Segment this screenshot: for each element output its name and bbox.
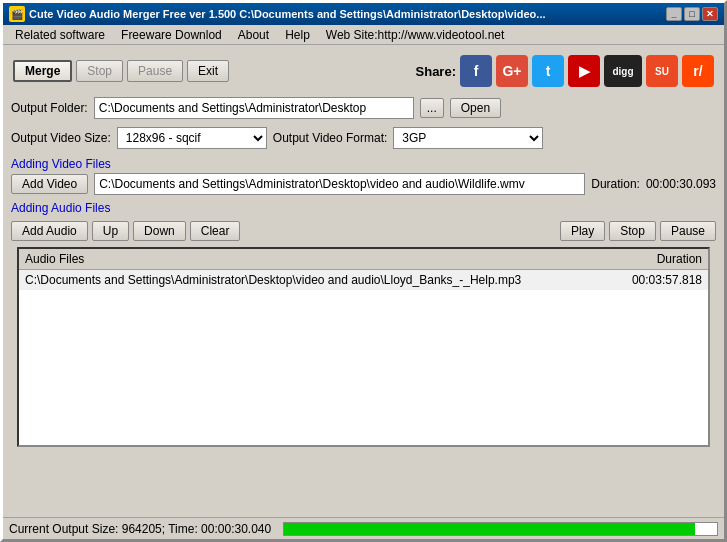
clear-button[interactable]: Clear bbox=[190, 221, 241, 241]
share-stumbleupon-button[interactable]: SU bbox=[646, 55, 678, 87]
video-path-input[interactable] bbox=[94, 173, 585, 195]
menu-freeware-download[interactable]: Freeware Downlod bbox=[113, 27, 230, 43]
title-bar-left: 🎬 Cute Video Audio Merger Free ver 1.500… bbox=[9, 6, 546, 22]
audio-stop-button[interactable]: Stop bbox=[609, 221, 656, 241]
video-duration-value: 00:00:30.093 bbox=[646, 177, 716, 191]
share-digg-button[interactable]: digg bbox=[604, 55, 642, 87]
exit-button[interactable]: Exit bbox=[187, 60, 229, 82]
video-file-row: Add Video Duration: 00:00:30.093 bbox=[11, 173, 716, 195]
adding-audio-section: Adding Audio Files Add Audio Up Down Cle… bbox=[11, 199, 716, 449]
video-size-label: Output Video Size: bbox=[11, 131, 111, 145]
adding-video-header: Adding Video Files bbox=[11, 155, 716, 173]
main-content: Merge Stop Pause Exit Share: f G+ t ▶ di… bbox=[3, 45, 724, 455]
adding-video-section: Adding Video Files Add Video Duration: 0… bbox=[11, 155, 716, 195]
progress-bar-container bbox=[283, 522, 718, 536]
title-bar-text: Cute Video Audio Merger Free ver 1.500 C… bbox=[29, 8, 546, 20]
app-icon: 🎬 bbox=[9, 6, 25, 22]
toolbar-row: Merge Stop Pause Exit Share: f G+ t ▶ di… bbox=[11, 51, 716, 91]
share-label: Share: bbox=[416, 64, 456, 79]
menu-about[interactable]: About bbox=[230, 27, 277, 43]
menu-website[interactable]: Web Site:http://www.videotool.net bbox=[318, 27, 513, 43]
output-folder-input[interactable] bbox=[94, 97, 414, 119]
adding-audio-header: Adding Audio Files bbox=[11, 199, 716, 217]
stop-button[interactable]: Stop bbox=[76, 60, 123, 82]
toolbar-left: Merge Stop Pause Exit bbox=[13, 60, 229, 82]
add-audio-button[interactable]: Add Audio bbox=[11, 221, 88, 241]
title-bar-controls: _ □ ✕ bbox=[666, 7, 718, 21]
audio-file-duration: 00:03:57.818 bbox=[632, 273, 702, 287]
status-text: Current Output Size: 964205; Time: 00:00… bbox=[9, 522, 271, 536]
down-button[interactable]: Down bbox=[133, 221, 186, 241]
share-youtube-button[interactable]: ▶ bbox=[568, 55, 600, 87]
minimize-button[interactable]: _ bbox=[666, 7, 682, 21]
share-facebook-button[interactable]: f bbox=[460, 55, 492, 87]
open-button[interactable]: Open bbox=[450, 98, 501, 118]
audio-toolbar: Add Audio Up Down Clear Play Stop Pause bbox=[11, 217, 716, 245]
menu-bar: Related software Freeware Downlod About … bbox=[3, 25, 724, 45]
share-googleplus-button[interactable]: G+ bbox=[496, 55, 528, 87]
close-button[interactable]: ✕ bbox=[702, 7, 718, 21]
audio-file-path: C:\Documents and Settings\Administrator\… bbox=[25, 273, 521, 287]
add-video-button[interactable]: Add Video bbox=[11, 174, 88, 194]
output-folder-row: Output Folder: ... Open bbox=[11, 95, 716, 121]
table-row[interactable]: C:\Documents and Settings\Administrator\… bbox=[19, 270, 708, 290]
status-bar: Current Output Size: 964205; Time: 00:00… bbox=[3, 517, 724, 539]
video-settings-row: Output Video Size: 128x96 - sqcif Output… bbox=[11, 125, 716, 151]
audio-col-file: Audio Files bbox=[25, 252, 84, 266]
video-format-select[interactable]: 3GP bbox=[393, 127, 543, 149]
menu-related-software[interactable]: Related software bbox=[7, 27, 113, 43]
merge-button[interactable]: Merge bbox=[13, 60, 72, 82]
pause-button[interactable]: Pause bbox=[127, 60, 183, 82]
video-size-select[interactable]: 128x96 - sqcif bbox=[117, 127, 267, 149]
audio-list-panel: Audio Files Duration C:\Documents and Se… bbox=[17, 247, 710, 447]
share-twitter-button[interactable]: t bbox=[532, 55, 564, 87]
audio-pause-button[interactable]: Pause bbox=[660, 221, 716, 241]
audio-table-header: Audio Files Duration bbox=[19, 249, 708, 270]
audio-col-duration: Duration bbox=[657, 252, 702, 266]
title-bar: 🎬 Cute Video Audio Merger Free ver 1.500… bbox=[3, 3, 724, 25]
share-area: Share: f G+ t ▶ digg SU r/ bbox=[416, 55, 714, 87]
menu-help[interactable]: Help bbox=[277, 27, 318, 43]
maximize-button[interactable]: □ bbox=[684, 7, 700, 21]
up-button[interactable]: Up bbox=[92, 221, 129, 241]
progress-bar-fill bbox=[284, 523, 695, 535]
browse-button[interactable]: ... bbox=[420, 98, 444, 118]
video-duration-label: Duration: bbox=[591, 177, 640, 191]
output-folder-label: Output Folder: bbox=[11, 101, 88, 115]
audio-playback: Play Stop Pause bbox=[560, 221, 716, 241]
video-format-label: Output Video Format: bbox=[273, 131, 388, 145]
play-button[interactable]: Play bbox=[560, 221, 605, 241]
share-reddit-button[interactable]: r/ bbox=[682, 55, 714, 87]
